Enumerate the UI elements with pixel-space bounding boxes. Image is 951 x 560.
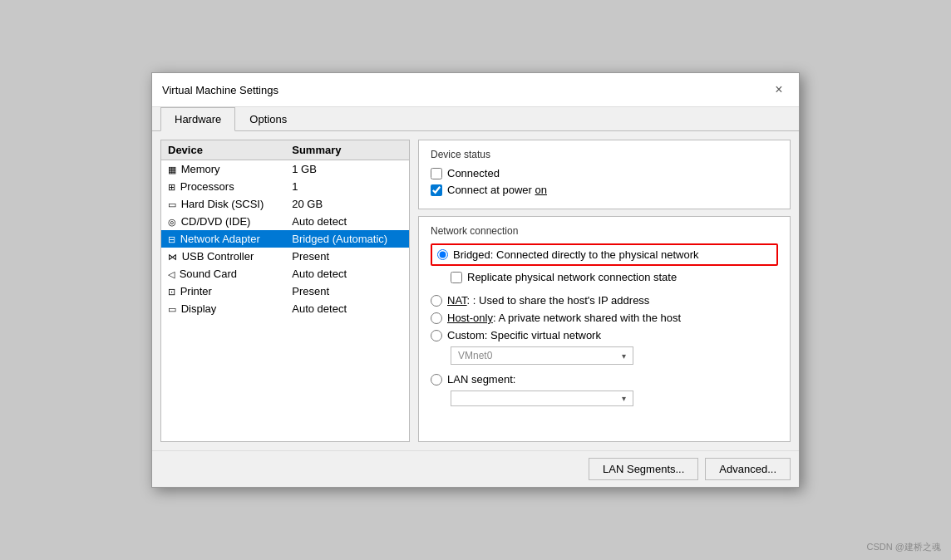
replicate-row: Replicate physical network connection st… [451, 271, 778, 283]
nat-label: NAT: : Used to share the host's IP addre… [447, 294, 649, 307]
device-name: ▦ Memory [161, 160, 285, 179]
dvd-icon: ◎ [168, 217, 176, 228]
right-panel: Device status Connected Connect at power… [418, 140, 791, 442]
table-row[interactable]: ▭ Display Auto detect [161, 300, 409, 317]
display-icon: ▭ [168, 304, 176, 315]
table-row[interactable]: ◁ Sound Card Auto detect [161, 265, 409, 282]
dialog-title: Virtual Machine Settings [162, 84, 278, 96]
device-status-label: Device status [431, 149, 778, 160]
bottom-buttons: LAN Segments... Advanced... [152, 450, 799, 487]
network-connection-label: Network connection [431, 225, 778, 237]
tab-hardware[interactable]: Hardware [160, 107, 235, 131]
lan-segment-radio[interactable] [431, 374, 442, 386]
custom-row: Custom: Specific virtual network [431, 329, 778, 341]
lan-segment-label: LAN segment: [447, 373, 515, 386]
processor-icon: ⊞ [168, 182, 175, 193]
device-list-panel: Device Summary ▦ Memory 1 GB ⊞ [160, 140, 410, 442]
col-summary: Summary [285, 140, 409, 160]
lan-dropdown-row: ▾ [451, 391, 778, 406]
lan-dropdown-arrow: ▾ [622, 394, 626, 403]
network-connection-section: Network connection Bridged: Connected di… [418, 216, 791, 442]
memory-icon: ▦ [168, 165, 176, 175]
tab-options[interactable]: Options [235, 107, 301, 131]
connect-power-label: Connect at power on [447, 184, 547, 196]
device-name: ▭ Hard Disk (SCSI) [161, 195, 285, 213]
table-row-network-adapter[interactable]: ⊟ Network Adapter Bridged (Automatic) [161, 230, 409, 248]
table-row[interactable]: ⊡ Printer Present [161, 282, 409, 300]
host-only-label: Host-only: A private network shared with… [447, 312, 681, 324]
virtual-machine-settings-dialog: Virtual Machine Settings × Hardware Opti… [151, 72, 800, 488]
watermark: CSDN @建桥之魂 [867, 541, 941, 553]
table-row[interactable]: ◎ CD/DVD (IDE) Auto detect [161, 213, 409, 230]
device-name: ◎ CD/DVD (IDE) [161, 213, 285, 230]
bridged-radio[interactable] [437, 249, 448, 260]
vmnet-dropdown[interactable]: VMnet0 ▾ [451, 346, 633, 365]
main-content: Device Summary ▦ Memory 1 GB ⊞ [152, 131, 799, 450]
nat-radio[interactable] [431, 295, 442, 307]
device-name: ⊞ Processors [161, 178, 285, 195]
lan-segment-row: LAN segment: [431, 373, 778, 386]
connect-power-checkbox[interactable] [431, 184, 442, 196]
tabs-bar: Hardware Options [152, 107, 799, 131]
replicate-checkbox[interactable] [451, 272, 462, 283]
hdd-icon: ▭ [168, 199, 176, 210]
device-table: Device Summary ▦ Memory 1 GB ⊞ [161, 140, 409, 317]
custom-radio[interactable] [431, 330, 442, 341]
replicate-label: Replicate physical network connection st… [467, 271, 677, 283]
lan-segments-button[interactable]: LAN Segments... [589, 458, 698, 480]
device-name: ▭ Display [161, 300, 285, 317]
connected-checkbox[interactable] [431, 168, 442, 179]
lan-dropdown[interactable]: ▾ [451, 391, 633, 406]
host-only-row: Host-only: A private network shared with… [431, 312, 778, 324]
title-bar: Virtual Machine Settings × [152, 73, 799, 107]
network-icon: ⊟ [168, 234, 175, 245]
bridged-label: Bridged: Connected directly to the physi… [453, 248, 699, 261]
table-row[interactable]: ⋈ USB Controller Present [161, 248, 409, 265]
vmnet-dropdown-row: VMnet0 ▾ [451, 346, 778, 365]
device-name: ⊡ Printer [161, 282, 285, 300]
table-row[interactable]: ▦ Memory 1 GB [161, 160, 409, 179]
device-name: ⊟ Network Adapter [161, 230, 285, 248]
connect-power-row: Connect at power on [431, 184, 778, 196]
usb-icon: ⋈ [168, 252, 177, 263]
vmnet-value: VMnet0 [458, 350, 492, 361]
printer-icon: ⊡ [168, 287, 175, 297]
col-device: Device [161, 140, 285, 160]
table-row[interactable]: ▭ Hard Disk (SCSI) 20 GB [161, 195, 409, 213]
device-name: ◁ Sound Card [161, 265, 285, 282]
host-only-radio[interactable] [431, 312, 442, 324]
advanced-button[interactable]: Advanced... [705, 458, 791, 480]
custom-label: Custom: Specific virtual network [447, 329, 601, 341]
sound-icon: ◁ [168, 269, 175, 280]
vmnet-dropdown-arrow: ▾ [622, 351, 626, 361]
connected-row: Connected [431, 167, 778, 179]
nat-row: NAT: : Used to share the host's IP addre… [431, 294, 778, 307]
device-name: ⋈ USB Controller [161, 248, 285, 265]
connected-label: Connected [447, 167, 500, 179]
bridged-highlight-box: Bridged: Connected directly to the physi… [431, 243, 778, 266]
table-row[interactable]: ⊞ Processors 1 [161, 178, 409, 195]
device-status-section: Device status Connected Connect at power… [418, 140, 791, 209]
close-button[interactable]: × [769, 80, 789, 100]
